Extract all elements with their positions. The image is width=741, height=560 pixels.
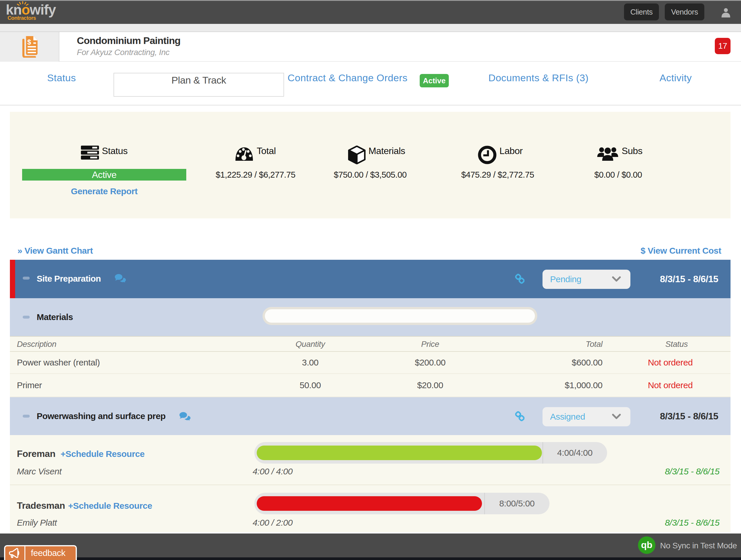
svg-text:$: $ bbox=[27, 39, 31, 46]
